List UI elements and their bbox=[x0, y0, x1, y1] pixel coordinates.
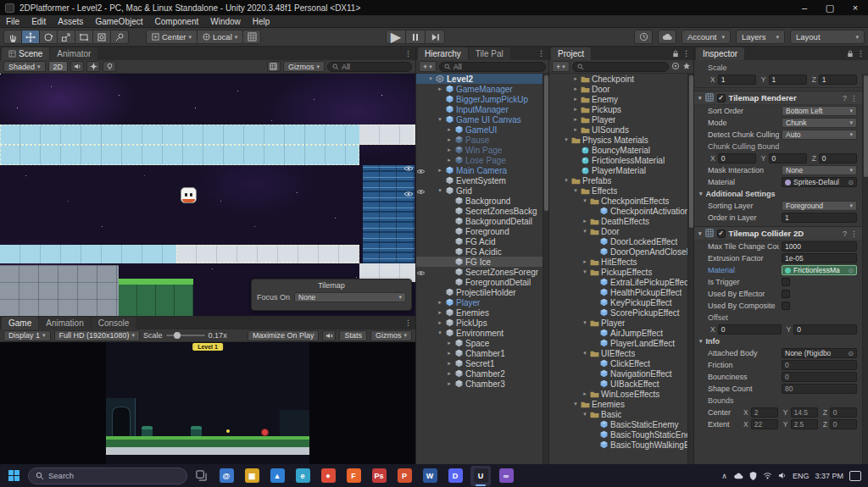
hierarchy-item-projectileholder[interactable]: ProjectileHolder bbox=[416, 287, 542, 297]
expand-arrow-icon[interactable]: ▾ bbox=[571, 401, 580, 407]
tab-console[interactable]: Console bbox=[92, 317, 136, 329]
x-field[interactable]: 0 bbox=[718, 153, 756, 163]
hierarchy-search-input[interactable]: All bbox=[439, 62, 546, 72]
notification-center-icon[interactable] bbox=[849, 471, 861, 481]
expand-arrow-icon[interactable]: ▸ bbox=[571, 96, 580, 102]
hierarchy-item-lose-page[interactable]: ▸Lose Page bbox=[416, 155, 542, 165]
focus-on-dropdown[interactable]: None▾ bbox=[294, 292, 406, 302]
visibility-eye-icon[interactable] bbox=[416, 268, 426, 277]
tab-game[interactable]: Game bbox=[2, 317, 38, 329]
hierarchy-item-pickups[interactable]: ▸PickUps bbox=[416, 318, 542, 328]
expand-arrow-icon[interactable]: ▸ bbox=[571, 126, 580, 133]
expand-arrow-icon[interactable]: ▸ bbox=[445, 126, 453, 133]
hierarchy-item-secretzonesbackg[interactable]: SecretZonesBackg bbox=[416, 206, 542, 216]
expand-arrow-icon[interactable]: ▾ bbox=[581, 350, 589, 357]
cloud-services-icon[interactable] bbox=[658, 30, 676, 44]
mode-dropdown[interactable]: Chunk▾ bbox=[782, 118, 857, 128]
scale-x-field[interactable]: 1 bbox=[718, 75, 756, 85]
hierarchy-item-gamemanager[interactable]: ▸GameManager bbox=[416, 84, 542, 94]
project-item-basictoughstaticener[interactable]: BasicToughStaticEner bbox=[549, 429, 687, 440]
project-item-clickeffect[interactable]: ClickEffect bbox=[549, 358, 687, 368]
account-dropdown[interactable]: Account▾ bbox=[682, 30, 731, 44]
extent-z-field[interactable]: 0 bbox=[830, 419, 857, 429]
kebab-icon[interactable]: ⋮ bbox=[404, 318, 412, 327]
scale-slider[interactable] bbox=[166, 335, 205, 336]
hierarchy-item-main-camera[interactable]: ▸Main Camera bbox=[416, 165, 542, 175]
foldout-arrow-icon[interactable]: ▾ bbox=[698, 230, 702, 237]
project-item-uisounds[interactable]: ▸UISounds bbox=[549, 125, 687, 135]
kebab-icon[interactable]: ⋮ bbox=[404, 49, 412, 58]
menu-edit[interactable]: Edit bbox=[25, 15, 52, 27]
scene-grid-icon[interactable] bbox=[267, 61, 281, 72]
menu-window[interactable]: Window bbox=[204, 15, 247, 27]
rotation-mode-button[interactable]: Local▾ bbox=[197, 30, 243, 44]
used-by-effector-checkbox[interactable] bbox=[782, 290, 790, 298]
project-item-hiteffects[interactable]: ▸HitEffects bbox=[549, 257, 687, 267]
friction-field[interactable]: 0 bbox=[782, 360, 857, 370]
taskbar-app-chrome[interactable]: ● bbox=[318, 466, 338, 486]
expand-arrow-icon[interactable]: ▸ bbox=[445, 350, 453, 357]
hierarchy-item-secret1[interactable]: ▸Secret1 bbox=[416, 358, 542, 368]
project-item-winloseeffects[interactable]: ▸WinLoseEffects bbox=[549, 389, 687, 399]
project-scrollbar[interactable] bbox=[687, 74, 693, 464]
tab-project[interactable]: Project bbox=[551, 47, 591, 60]
hierarchy-item-secretzonesforegr[interactable]: SecretZonesForegr bbox=[416, 267, 542, 277]
expand-arrow-icon[interactable]: ▸ bbox=[445, 340, 453, 346]
scene-gizmos-dropdown[interactable]: Gizmos▾ bbox=[283, 61, 325, 72]
taskbar-app-firefox[interactable]: F bbox=[343, 466, 364, 486]
project-item-player[interactable]: ▸Player bbox=[549, 114, 687, 125]
resolution-dropdown[interactable]: Full HD (1920x1080)▾ bbox=[54, 330, 141, 341]
search-by-type-icon[interactable] bbox=[671, 62, 680, 72]
start-button[interactable] bbox=[3, 466, 24, 485]
hierarchy-scrollbar[interactable] bbox=[542, 74, 548, 464]
transform-tool-icon[interactable] bbox=[92, 30, 111, 44]
taskbar-app-word[interactable]: W bbox=[420, 466, 440, 486]
hierarchy-item-win-page[interactable]: ▸Win Page bbox=[416, 145, 542, 155]
hierarchy-item-grid[interactable]: ▾Grid bbox=[416, 185, 542, 196]
pivot-mode-button[interactable]: Center▾ bbox=[146, 30, 198, 44]
volume-icon[interactable] bbox=[778, 472, 787, 479]
expand-arrow-icon[interactable]: ▸ bbox=[436, 167, 444, 174]
move-tool-icon[interactable] bbox=[21, 30, 40, 44]
eye-icon[interactable] bbox=[403, 160, 414, 175]
clock[interactable]: 3:37 PM bbox=[815, 472, 843, 480]
hierarchy-item-fg-acid[interactable]: FG Acid bbox=[416, 236, 542, 246]
expand-arrow-icon[interactable]: ▾ bbox=[426, 75, 435, 82]
lock-icon[interactable] bbox=[672, 47, 679, 61]
display-dropdown[interactable]: Display 1▾ bbox=[3, 330, 51, 341]
project-item-door[interactable]: ▸Door bbox=[549, 84, 687, 94]
hierarchy-item-foregrounddetail[interactable]: ForegroundDetail bbox=[416, 277, 542, 287]
expand-arrow-icon[interactable]: ▸ bbox=[445, 136, 453, 143]
y-field[interactable]: 0 bbox=[793, 324, 857, 335]
taskbar-app-edge[interactable]: e bbox=[292, 466, 313, 486]
expand-arrow-icon[interactable]: ▸ bbox=[445, 147, 453, 153]
hierarchy-item-game-ui-canvas[interactable]: ▾Game UI Canvas bbox=[416, 114, 542, 125]
expand-arrow-icon[interactable]: ▸ bbox=[436, 299, 444, 306]
extent-y-field[interactable]: 2.5 bbox=[791, 419, 818, 429]
view-tool-icon[interactable] bbox=[3, 30, 22, 44]
component-enabled-checkbox[interactable]: ✓ bbox=[717, 230, 726, 238]
expand-arrow-icon[interactable]: ▸ bbox=[445, 370, 453, 377]
foldout-arrow-icon[interactable]: ▾ bbox=[698, 95, 702, 102]
project-item-dooropenandcloseeff[interactable]: DoorOpenAndCloseEff bbox=[549, 246, 687, 257]
expand-arrow-icon[interactable]: ▸ bbox=[581, 390, 589, 397]
hierarchy-item-gameui[interactable]: ▸GameUI bbox=[416, 125, 542, 135]
security-shield-icon[interactable] bbox=[749, 472, 757, 480]
taskbar-app-photoshop[interactable]: Ps bbox=[369, 466, 389, 486]
help-icon[interactable]: ? bbox=[843, 94, 847, 102]
center-y-field[interactable]: 14.5 bbox=[791, 407, 818, 418]
scale-y-field[interactable]: 1 bbox=[769, 75, 807, 85]
hierarchy-item-pause[interactable]: ▸Pause bbox=[416, 135, 542, 145]
mute-audio-icon[interactable] bbox=[322, 330, 336, 341]
extrusion-factor-field[interactable]: 1e-05 bbox=[782, 253, 857, 263]
expand-arrow-icon[interactable]: ▾ bbox=[562, 136, 570, 143]
scene-search-input[interactable]: All bbox=[327, 62, 412, 72]
expand-arrow-icon[interactable]: ▸ bbox=[445, 360, 453, 367]
tab-animator[interactable]: Animator bbox=[50, 47, 97, 60]
expand-arrow-icon[interactable]: ▸ bbox=[571, 116, 580, 123]
taskbar-search-input[interactable]: Search bbox=[28, 468, 187, 484]
expand-arrow-icon[interactable]: ▸ bbox=[445, 157, 453, 163]
taskbar-app-unity-editor[interactable]: U bbox=[470, 466, 491, 486]
expand-arrow-icon[interactable]: ▸ bbox=[445, 380, 453, 387]
project-item-playerlandeffect[interactable]: PlayerLandEffect bbox=[549, 338, 687, 348]
